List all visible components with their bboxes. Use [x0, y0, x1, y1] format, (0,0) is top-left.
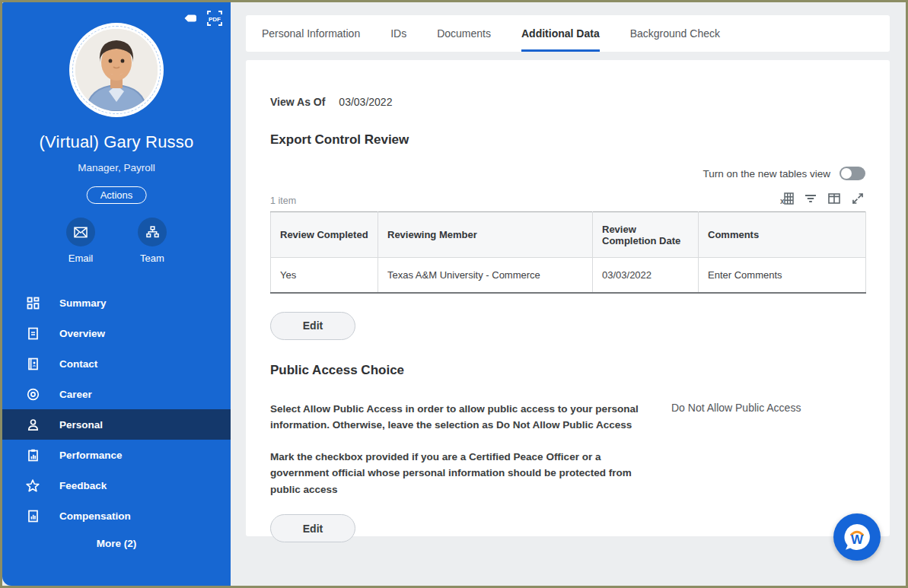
sidebar-item-summary[interactable]: Summary: [2, 288, 231, 318]
sidebar-item-contact[interactable]: Contact: [2, 348, 231, 379]
sidebar-item-label: Overview: [59, 328, 105, 339]
export-to-excel-icon[interactable]: x: [779, 191, 795, 206]
additional-data-panel: View As Of 03/03/2022 Export Control Rev…: [246, 60, 890, 536]
sidebar-item-label: Summary: [59, 297, 107, 309]
svg-text:PDF: PDF: [209, 16, 221, 23]
public-access-choice-title: Public Access Choice: [270, 363, 865, 378]
new-tables-toggle[interactable]: [840, 167, 865, 180]
filter-icon[interactable]: [803, 191, 818, 206]
sidebar-item-personal[interactable]: Personal: [2, 409, 231, 440]
person-icon: [26, 418, 40, 431]
public-access-block: Select Allow Public Access in order to a…: [270, 401, 865, 498]
sidebar-item-label: Compensation: [59, 510, 131, 522]
profile-sidebar: PDF: [2, 2, 231, 586]
sidebar-item-performance[interactable]: Performance: [2, 440, 231, 470]
col-review-completion-date[interactable]: Review Completion Date: [593, 212, 699, 258]
avatar-photo: [75, 29, 158, 111]
view-as-of-value[interactable]: 03/03/2022: [339, 96, 392, 108]
tab-ids[interactable]: IDs: [390, 15, 406, 52]
email-icon: [66, 218, 95, 246]
view-as-of-row: View As Of 03/03/2022: [270, 96, 865, 108]
export-control-review-title: Export Control Review: [270, 132, 865, 148]
sidebar-item-feedback[interactable]: Feedback: [2, 470, 231, 501]
public-access-paragraph-2: Mark the checkbox provided if you are a …: [270, 449, 653, 498]
sidebar-item-career[interactable]: Career: [2, 379, 231, 409]
compensation-chart-icon: [26, 509, 40, 523]
table-row[interactable]: Yes Texas A&M University - Commerce 03/0…: [271, 258, 866, 293]
col-comments[interactable]: Comments: [699, 212, 866, 258]
team-quick-action[interactable]: Team: [131, 218, 174, 264]
team-icon: [138, 218, 167, 246]
sidebar-item-overview[interactable]: Overview: [2, 318, 231, 348]
summary-grid-icon: [26, 296, 40, 310]
sidebar-item-label: Feedback: [59, 480, 107, 491]
profile-name: (Virtual) Gary Russo: [2, 132, 231, 152]
performance-clipboard-icon: [26, 448, 40, 462]
cell-review-completion-date: 03/03/2022: [593, 258, 699, 293]
public-access-description: Select Allow Public Access in order to a…: [270, 401, 653, 498]
item-count: 1 item: [270, 195, 296, 206]
col-reviewing-member[interactable]: Reviewing Member: [378, 212, 593, 258]
profile-job-title: Manager, Payroll: [2, 162, 231, 173]
view-as-of-label: View As Of: [270, 96, 325, 108]
sidebar-item-label: Personal: [59, 419, 103, 431]
feedback-star-icon: [26, 478, 40, 492]
profile-tabs: Personal Information IDs Documents Addit…: [246, 15, 890, 52]
svg-text:W: W: [851, 532, 864, 547]
tag-icon[interactable]: [182, 10, 199, 27]
expand-icon[interactable]: [850, 191, 865, 206]
svg-text:x: x: [780, 197, 785, 205]
cell-comments: Enter Comments: [699, 258, 866, 293]
avatar-ring: [72, 26, 161, 114]
sidebar-item-label: Career: [59, 389, 92, 400]
overview-doc-icon: [26, 326, 40, 340]
new-tables-toggle-label: Turn on the new tables view: [703, 168, 830, 180]
sidebar-more-link[interactable]: More (2): [2, 538, 231, 549]
app-window: PDF: [0, 0, 908, 588]
avatar[interactable]: [69, 23, 164, 117]
sidebar-item-label: Contact: [59, 358, 97, 370]
public-access-paragraph-1: Select Allow Public Access in order to a…: [270, 401, 653, 434]
tab-background-check[interactable]: Background Check: [630, 15, 720, 52]
tab-additional-data[interactable]: Additional Data: [521, 15, 600, 52]
sidebar-header-icons: PDF: [182, 10, 223, 27]
email-label: Email: [68, 253, 94, 264]
export-control-edit-button[interactable]: Edit: [270, 312, 355, 340]
contact-card-icon: [26, 357, 40, 370]
new-tables-toggle-row: Turn on the new tables view: [270, 167, 865, 180]
career-target-icon: [26, 387, 40, 401]
export-control-table: Review Completed Reviewing Member Review…: [270, 211, 866, 294]
col-review-completed[interactable]: Review Completed: [271, 212, 378, 258]
column-settings-icon[interactable]: [827, 191, 842, 206]
workday-assistant-icon[interactable]: W: [833, 513, 881, 561]
tab-personal-information[interactable]: Personal Information: [262, 15, 360, 52]
toggle-knob: [841, 168, 852, 179]
sidebar-item-label: Performance: [59, 450, 123, 461]
public-access-edit-button[interactable]: Edit: [270, 514, 355, 542]
public-access-value: Do Not Allow Public Access: [671, 401, 801, 498]
sidebar-item-compensation[interactable]: Compensation: [2, 501, 231, 531]
tab-documents[interactable]: Documents: [437, 15, 491, 52]
table-header-row: Review Completed Reviewing Member Review…: [271, 212, 866, 258]
quick-actions: Email Team: [2, 218, 231, 264]
table-toolbar: 1 item x: [270, 191, 865, 206]
cell-reviewing-member: Texas A&M University - Commerce: [378, 258, 593, 293]
cell-review-completed: Yes: [271, 258, 378, 293]
email-quick-action[interactable]: Email: [59, 218, 102, 264]
actions-button[interactable]: Actions: [87, 186, 147, 204]
sidebar-nav: Summary Overview Contact: [2, 288, 231, 531]
pdf-icon[interactable]: PDF: [206, 10, 223, 27]
team-label: Team: [140, 253, 164, 264]
